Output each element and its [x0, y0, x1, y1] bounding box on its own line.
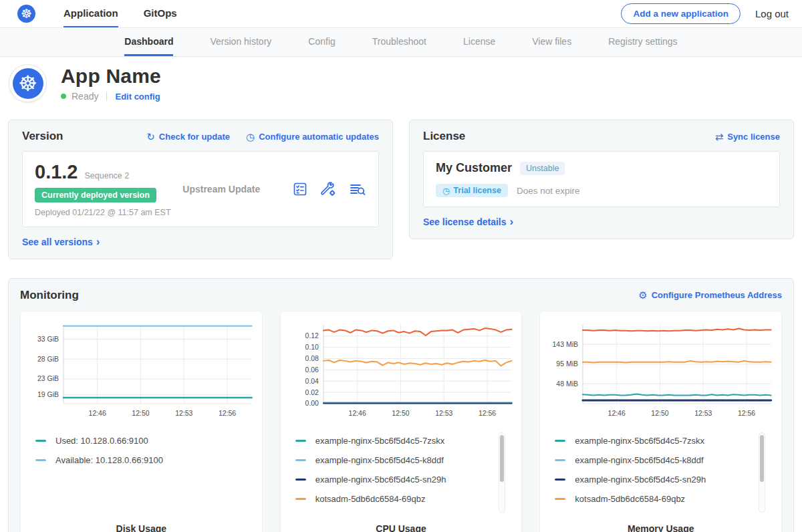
sync-license-link[interactable]: ⇄ Sync license	[715, 132, 780, 142]
release-notes-icon[interactable]	[292, 181, 308, 197]
legend-swatch	[295, 479, 306, 481]
gear-icon: ⚙	[638, 290, 647, 300]
chart-title: Disk Usage	[26, 523, 257, 532]
memory-usage-legend: example-nginx-5bc6f5d4c5-7zskx example-n…	[555, 431, 773, 513]
svg-text:12:56: 12:56	[219, 409, 236, 416]
tab-gitops[interactable]: GitOps	[144, 0, 177, 27]
legend-swatch	[35, 459, 46, 461]
legend-item: example-nginx-5bc6f5d4c5-sn29h	[555, 470, 773, 489]
license-card: License ⇄ Sync license My Customer Unsta…	[409, 120, 794, 239]
svg-text:12:56: 12:56	[479, 409, 496, 416]
add-application-button[interactable]: Add a new application	[621, 3, 741, 24]
memory-usage-chart: 143 MiB95 MiB48 MiB12:4612:5012:5312:56	[545, 319, 776, 421]
brand: ☸	[17, 0, 35, 27]
tab-license[interactable]: License	[463, 28, 495, 56]
monitoring-title: Monitoring	[20, 289, 79, 302]
current-version-box: 0.1.2 Sequence 2 Currently deployed vers…	[22, 151, 379, 227]
chart-title: CPU Usage	[286, 523, 517, 532]
svg-text:48 MiB: 48 MiB	[557, 380, 579, 387]
chevron-right-icon: ›	[96, 236, 100, 247]
sync-icon: ⇄	[715, 132, 724, 142]
svg-text:23 GiB: 23 GiB	[37, 375, 59, 382]
customer-name: My Customer	[436, 161, 512, 175]
svg-text:0.06: 0.06	[305, 366, 319, 373]
chart-title: Memory Usage	[545, 523, 776, 532]
page-title: App Name	[61, 65, 161, 88]
legend-scrollbar-thumb[interactable]	[760, 435, 764, 482]
legend-scrollbar-thumb[interactable]	[500, 435, 504, 482]
legend-item: Available: 10.128.0.66:9100	[35, 450, 254, 470]
edit-config-link[interactable]: Edit config	[115, 92, 160, 102]
svg-text:33 GiB: 33 GiB	[37, 335, 59, 342]
app-logo: ☸	[9, 64, 47, 102]
see-license-details-link[interactable]: See license details ›	[423, 216, 513, 227]
legend-swatch	[35, 440, 46, 442]
license-box: My Customer Unstable ◷ Trial license Doe…	[423, 151, 780, 207]
refresh-icon: ↻	[146, 132, 155, 142]
trial-license-badge: ◷ Trial license	[436, 184, 508, 197]
see-all-versions-link[interactable]: See all versions ›	[22, 236, 100, 247]
chevron-right-icon: ›	[510, 216, 514, 227]
deploy-logs-icon[interactable]	[349, 181, 366, 197]
version-card-title: Version	[22, 130, 63, 143]
version-number: 0.1.2	[35, 161, 78, 183]
license-card-title: License	[423, 130, 465, 143]
configure-prometheus-link[interactable]: ⚙ Configure Prometheus Address	[638, 290, 782, 300]
tab-registry-settings[interactable]: Registry settings	[608, 28, 677, 56]
svg-text:12:50: 12:50	[652, 409, 669, 416]
configure-automatic-updates-link[interactable]: ◷ Configure automatic updates	[246, 132, 379, 142]
legend-item: example-nginx-5bc6f5d4c5-k8ddf	[295, 450, 514, 470]
cpu-usage-legend: example-nginx-5bc6f5d4c5-7zskx example-n…	[295, 431, 514, 513]
stopwatch-icon: ◷	[442, 186, 450, 195]
app-header: ☸ App Name Ready Edit config	[0, 57, 802, 111]
legend-item: kotsadm-5db6dc6584-69qbz	[295, 489, 514, 509]
svg-text:0.08: 0.08	[305, 355, 319, 362]
legend-swatch	[295, 440, 306, 442]
legend-swatch	[555, 459, 565, 461]
legend-scrollbar	[759, 432, 765, 513]
svg-text:0.02: 0.02	[305, 388, 319, 396]
disk-usage-panel: 33 GiB28 GiB23 GiB19 GiB12:4612:5012:531…	[20, 311, 263, 532]
sequence-label: Sequence 2	[85, 171, 130, 180]
svg-text:143 MiB: 143 MiB	[553, 340, 578, 348]
tab-dashboard[interactable]: Dashboard	[124, 28, 173, 56]
cpu-usage-chart: 0.120.100.080.060.040.020.0012:4612:5012…	[286, 319, 517, 421]
check-for-update-link[interactable]: ↻ Check for update	[146, 132, 230, 142]
app-sub-nav: Dashboard Version history Config Trouble…	[0, 28, 802, 57]
legend-swatch	[555, 440, 565, 442]
svg-text:12:53: 12:53	[175, 409, 192, 416]
kubernetes-wheel-icon: ☸	[13, 68, 43, 99]
svg-text:12:50: 12:50	[132, 409, 149, 416]
version-card: Version ↻ Check for update ◷ Configure a…	[8, 120, 393, 259]
config-wrench-icon[interactable]	[320, 181, 337, 197]
tab-application[interactable]: Application	[63, 0, 118, 27]
svg-text:0.10: 0.10	[305, 344, 319, 351]
tab-view-files[interactable]: View files	[532, 28, 571, 56]
svg-text:12:53: 12:53	[694, 409, 712, 416]
svg-text:19 GiB: 19 GiB	[37, 391, 59, 398]
svg-text:0.00: 0.00	[305, 400, 319, 407]
tab-troubleshoot[interactable]: Troubleshoot	[372, 28, 426, 56]
svg-text:12:50: 12:50	[392, 409, 409, 416]
svg-text:28 GiB: 28 GiB	[37, 355, 59, 362]
tab-version-history[interactable]: Version history	[210, 28, 271, 56]
legend-item: example-nginx-5bc6f5d4c5-7zskx	[555, 431, 773, 450]
divider	[106, 92, 107, 101]
legend-swatch	[295, 498, 306, 500]
license-expiry: Does not expire	[517, 186, 580, 196]
svg-text:12:46: 12:46	[89, 409, 106, 416]
legend-item: kotsadm-5db6dc6584-69qbz	[555, 489, 773, 509]
top-nav: ☸ Application GitOps Add a new applicati…	[0, 0, 802, 28]
legend-item: example-nginx-5bc6f5d4c5-k8ddf	[555, 450, 773, 470]
logout-link[interactable]: Log out	[755, 8, 789, 19]
tab-config[interactable]: Config	[308, 28, 335, 56]
channel-badge: Unstable	[520, 162, 565, 175]
svg-text:95 MiB: 95 MiB	[557, 360, 579, 368]
status-text: Ready	[72, 91, 98, 102]
svg-text:12:46: 12:46	[608, 409, 626, 416]
legend-swatch	[555, 479, 565, 481]
disk-usage-chart: 33 GiB28 GiB23 GiB19 GiB12:4612:5012:531…	[26, 319, 257, 421]
legend-item: example-nginx-5bc6f5d4c5-sn29h	[295, 470, 514, 489]
svg-text:12:53: 12:53	[435, 409, 452, 416]
deployed-timestamp: Deployed 01/21/22 @ 11:57 am EST	[35, 208, 171, 217]
